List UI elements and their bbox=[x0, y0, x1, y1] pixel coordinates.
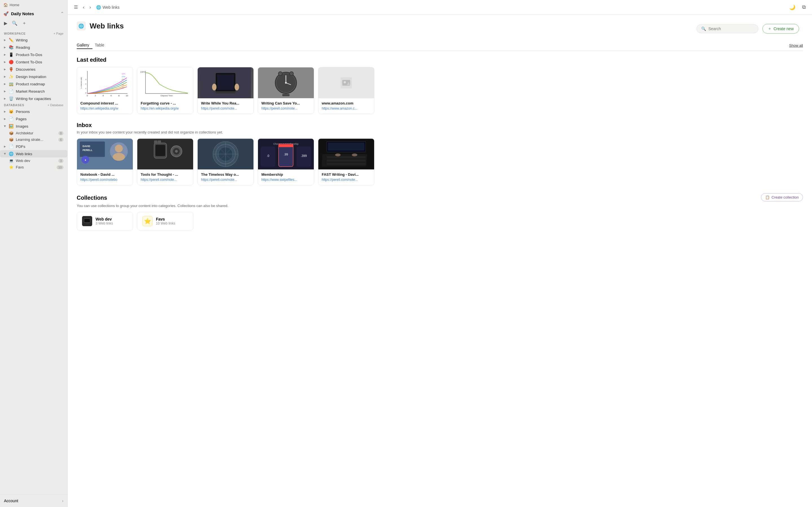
add-button[interactable]: ＋ bbox=[22, 20, 27, 26]
card-url: https://en.wikipedia.org/w bbox=[80, 107, 130, 110]
account-label: Account bbox=[4, 499, 18, 503]
sidebar-item-learning-strate[interactable]: 📦 Learning strate... 6 bbox=[0, 136, 67, 143]
sidebar-item-persons[interactable]: ▶ 🐱 Persons bbox=[0, 108, 67, 115]
windows-button[interactable]: ⧉ bbox=[801, 3, 808, 11]
svg-text:PERELL: PERELL bbox=[83, 149, 93, 152]
page-header-row: 🌐 Web links 🔍 ＋ Create new bbox=[77, 21, 803, 36]
collections-title: Collections bbox=[77, 194, 107, 201]
databases-section-label: DATABASES + Database bbox=[0, 102, 67, 108]
card-url: https://www.swipefiles... bbox=[261, 178, 310, 182]
main-content: ☰ ‹ › 🌐 Web links 🌙 ⧉ 🌐 Web links 🔍 bbox=[68, 0, 812, 507]
add-page-button[interactable]: + Page bbox=[54, 32, 63, 35]
card-url: https://perell.com/note... bbox=[261, 107, 310, 110]
arrow-icon: ▶ bbox=[4, 110, 6, 113]
show-all-link[interactable]: Show all bbox=[789, 43, 803, 48]
card-body: Membership https://www.swipefiles... bbox=[258, 170, 314, 185]
home-icon: 🏠 bbox=[3, 3, 8, 7]
dark-mode-button[interactable]: 🌙 bbox=[788, 3, 797, 11]
sidebar-actions: ▶ 🔍 ＋ bbox=[0, 18, 67, 29]
card-body: FAST Writing - Davi... https://perell.co… bbox=[318, 170, 374, 185]
membership-illustration: Choose a membership .0 .99 .399 bbox=[258, 138, 314, 170]
card-image bbox=[318, 67, 374, 98]
sidebar-item-pdfs[interactable]: ▶ 📄 PDFs bbox=[0, 143, 67, 150]
svg-rect-81 bbox=[327, 156, 366, 158]
sidebar-toggle-button[interactable]: ☰ bbox=[72, 3, 80, 11]
create-collection-button[interactable]: 📋 Create collection bbox=[761, 193, 803, 202]
home-link[interactable]: 🏠 Home bbox=[3, 3, 19, 7]
card-fast-writing[interactable]: FAST Writing - Davi... https://perell.co… bbox=[318, 138, 374, 185]
card-title: FAST Writing - Davi... bbox=[322, 172, 371, 177]
sidebar-item-web-links[interactable]: ▶ 🌐 Web links bbox=[0, 150, 67, 158]
tabs-row: Gallery Table Show all bbox=[77, 42, 803, 49]
card-forgetting-curve[interactable]: Elapsed Time 100% Forgetting curve - ...… bbox=[137, 67, 193, 114]
svg-rect-57 bbox=[154, 140, 157, 144]
arrow-icon: ▶ bbox=[4, 117, 6, 120]
arrow-icon: ▶ bbox=[4, 90, 6, 93]
card-notebook-david[interactable]: DAVID PERELL ✦ Notebook - David ... http… bbox=[77, 138, 133, 185]
play-button[interactable]: ▶ bbox=[4, 20, 7, 26]
card-tools-for-thought[interactable]: Tools for Thought - ... https://perell.c… bbox=[137, 138, 193, 185]
collection-card-favs[interactable]: ⭐ Favs 10 Web links bbox=[137, 212, 193, 230]
sidebar-item-web-dev[interactable]: 💻 Web dev 3 bbox=[0, 158, 67, 164]
svg-text:-8%: -8% bbox=[121, 78, 124, 80]
account-row[interactable]: Account › bbox=[0, 494, 67, 507]
sidebar-item-writing-capacities[interactable]: ▶ 🗑️ Writing for capacities bbox=[0, 95, 67, 102]
create-new-button[interactable]: ＋ Create new bbox=[762, 24, 799, 34]
card-url: https://www.amazon.c... bbox=[322, 107, 371, 110]
sidebar-item-market-research[interactable]: ▶ 📄 Market Research bbox=[0, 88, 67, 95]
card-write-while-read[interactable]: Write While You Rea... https://perell.co… bbox=[197, 67, 254, 114]
reading-illustration bbox=[200, 67, 251, 98]
search-button[interactable]: 🔍 bbox=[12, 20, 17, 26]
sidebar-item-pages[interactable]: ▶ 📄 Pages bbox=[0, 115, 67, 122]
sidebar-item-product-roadmap[interactable]: ▶ 🚃 Product roadmap bbox=[0, 80, 67, 88]
card-writing-can-save[interactable]: Writing Can Save Yo... https://perell.co… bbox=[258, 67, 314, 114]
sidebar-item-architektur[interactable]: 📦 Architektur 8 bbox=[0, 130, 67, 136]
daily-notes-toggle[interactable]: ⌃ bbox=[60, 11, 64, 16]
sidebar-item-writing[interactable]: ▶ ✏️ Writing bbox=[0, 36, 67, 44]
forward-button[interactable]: › bbox=[88, 4, 93, 11]
svg-text:8: 8 bbox=[118, 95, 119, 97]
svg-rect-27 bbox=[217, 74, 234, 90]
search-input[interactable] bbox=[708, 26, 754, 31]
daily-notes-left: 🚀 Daily Notes bbox=[3, 11, 34, 16]
svg-text:-6%: -6% bbox=[121, 81, 124, 83]
svg-text:✦: ✦ bbox=[84, 159, 87, 162]
notebook-illustration: DAVID PERELL ✦ bbox=[77, 138, 133, 170]
card-compound-interest[interactable]: 0 2 4 6 8 10 0 1 2 3 (+ interest rate) bbox=[77, 67, 133, 114]
page-icon: 🌐 bbox=[77, 21, 86, 31]
back-button[interactable]: ‹ bbox=[81, 4, 86, 11]
sidebar-item-favs[interactable]: ⭐ Favs 10 bbox=[0, 164, 67, 170]
sidebar-item-design-inspiration[interactable]: ▶ ✨ Design Inspiration bbox=[0, 73, 67, 80]
svg-rect-78 bbox=[278, 144, 293, 147]
svg-text:6: 6 bbox=[110, 95, 112, 97]
card-membership[interactable]: Choose a membership .0 .99 .399 Membersh… bbox=[258, 138, 314, 185]
collection-info: Favs 10 Web links bbox=[156, 217, 175, 225]
add-database-button[interactable]: + Database bbox=[47, 103, 63, 107]
inbox-cards: DAVID PERELL ✦ Notebook - David ... http… bbox=[77, 138, 803, 185]
page-title: Web links bbox=[90, 22, 124, 31]
page-content: 🌐 Web links 🔍 ＋ Create new Gallery bbox=[68, 15, 812, 507]
card-body: Tools for Thought - ... https://perell.c… bbox=[137, 170, 193, 185]
tab-table[interactable]: Table bbox=[95, 42, 107, 49]
sidebar-item-content-todos[interactable]: ▶ 🔴 Content To-Dos bbox=[0, 58, 67, 66]
card-amazon[interactable]: www.amazon.com https://www.amazon.c... bbox=[318, 67, 374, 114]
search-bar[interactable]: 🔍 bbox=[696, 24, 758, 33]
svg-text:-10%: -10% bbox=[121, 76, 125, 77]
sidebar-item-reading[interactable]: ▶ 📚 Reading bbox=[0, 44, 67, 51]
sidebar-item-product-todos[interactable]: ▶ 📱 Product-To-Dos bbox=[0, 51, 67, 58]
collection-count: 10 Web links bbox=[156, 221, 175, 225]
tab-gallery[interactable]: Gallery bbox=[77, 42, 93, 49]
svg-point-38 bbox=[290, 71, 294, 75]
collection-name: Favs bbox=[156, 217, 175, 221]
card-title: Tools for Thought - ... bbox=[141, 172, 190, 177]
arrow-icon: ▶ bbox=[4, 82, 6, 86]
sidebar-item-discoveries[interactable]: ▶ 🏺 Discoveries bbox=[0, 66, 67, 73]
collection-card-web-dev[interactable]: Web dev 3 Web links bbox=[77, 212, 133, 230]
collections-header: Collections 📋 Create collection bbox=[77, 193, 803, 202]
card-title: Forgetting curve - ... bbox=[141, 101, 190, 105]
card-timeless-way[interactable]: The Timeless Way o... https://perell.com… bbox=[197, 138, 254, 185]
card-image bbox=[198, 138, 253, 170]
sidebar-item-images[interactable]: ▶ 🖼️ Images bbox=[0, 122, 67, 130]
collection-icon-web-dev bbox=[82, 216, 92, 226]
compound-interest-chart: 0 2 4 6 8 10 0 1 2 3 (+ interest rate) bbox=[80, 69, 130, 97]
